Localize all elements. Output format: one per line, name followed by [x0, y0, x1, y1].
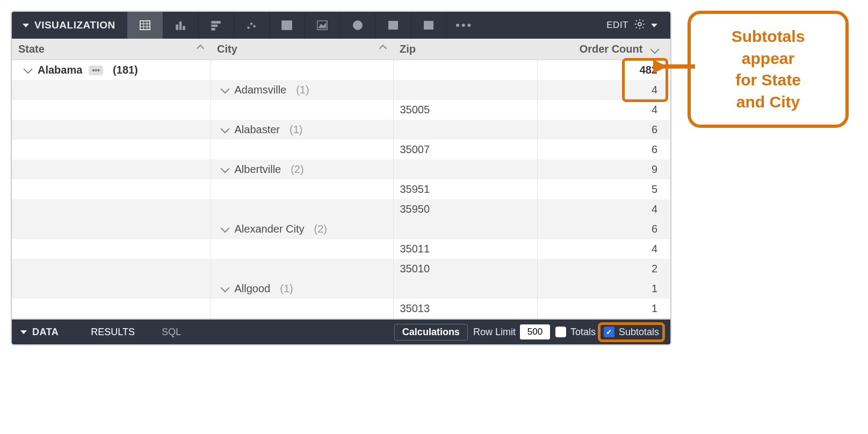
viz-edit-label: EDIT — [606, 20, 628, 31]
state-subtotal-row: Alabama ••• (181) 482 — [12, 60, 670, 81]
gear-icon — [634, 18, 646, 33]
order-count-cell: 9 — [537, 160, 670, 179]
chevron-down-icon[interactable] — [220, 284, 229, 293]
order-count-cell: 6 — [537, 219, 670, 239]
order-count-cell: 4 — [537, 199, 670, 219]
zip-cell: 35010 — [393, 259, 537, 279]
callout-line: appear — [707, 48, 829, 70]
calculations-button[interactable]: Calculations — [394, 324, 468, 341]
zip-cell: 35950 — [393, 199, 537, 219]
table-row: 350131 — [12, 299, 670, 319]
sort-desc-icon[interactable] — [651, 47, 659, 54]
drill-menu-icon[interactable]: ••• — [89, 66, 103, 75]
visualization-toolbar: VISUALIZATION — [12, 12, 670, 39]
viz-type-pie-icon[interactable] — [340, 12, 375, 39]
results-table: State City Zip Order Count — [12, 39, 670, 319]
svg-point-20 — [638, 23, 641, 26]
city-row-count: (2) — [311, 223, 327, 235]
table-row: 350114 — [12, 239, 670, 259]
column-header-city[interactable]: City — [211, 39, 393, 60]
order-count-cell: 2 — [537, 259, 670, 279]
order-count-cell: 4 — [537, 239, 670, 259]
header-label: State — [18, 43, 45, 55]
table-row: Albertville(2)9 — [12, 160, 670, 179]
sort-asc-icon[interactable] — [197, 43, 204, 50]
svg-rect-9 — [212, 25, 218, 27]
viz-type-bar-icon[interactable] — [198, 12, 234, 39]
annotation-callout: Subtotals appear for State and City — [688, 11, 849, 128]
callout-line: Subtotals — [707, 26, 829, 48]
order-count-cell: 6 — [537, 140, 670, 160]
zip-cell: 35007 — [393, 140, 537, 160]
order-count-cell: 4 — [537, 100, 670, 120]
table-row: 350054 — [12, 100, 670, 120]
svg-rect-10 — [212, 28, 215, 31]
callout-line: for State — [707, 69, 829, 91]
totals-checkbox[interactable]: Totals — [555, 327, 596, 338]
city-row-count: (1) — [293, 84, 309, 96]
subtotals-label: Subtotals — [619, 327, 659, 338]
column-header-state[interactable]: State — [12, 39, 211, 60]
svg-rect-0 — [140, 21, 150, 30]
city-name: Allgood — [235, 283, 271, 295]
order-count-cell: 5 — [537, 179, 670, 199]
svg-point-12 — [250, 23, 252, 25]
chevron-down-icon[interactable] — [24, 65, 33, 74]
svg-point-11 — [248, 27, 250, 29]
totals-label: Totals — [570, 327, 596, 338]
header-label: City — [217, 43, 237, 55]
viz-type-column-icon[interactable] — [163, 12, 198, 39]
svg-text:6: 6 — [427, 22, 431, 30]
city-name: Alabaster — [235, 124, 280, 136]
viz-type-scatter-icon[interactable] — [234, 12, 269, 39]
chevron-down-icon[interactable] — [220, 224, 229, 233]
chevron-down-icon[interactable] — [220, 85, 229, 94]
table-row: Adamsville(1)4 — [12, 80, 670, 100]
caret-down-icon — [20, 330, 27, 334]
city-row-count: (1) — [286, 124, 302, 136]
table-row: 350076 — [12, 140, 670, 160]
callout-line: and City — [707, 91, 829, 113]
subtotals-checkbox[interactable]: ✓ Subtotals — [604, 327, 659, 338]
svg-rect-7 — [183, 26, 185, 30]
column-header-zip[interactable]: Zip — [393, 39, 537, 60]
sort-asc-icon[interactable] — [379, 43, 387, 50]
svg-rect-8 — [212, 21, 221, 24]
viz-type-single-value-icon[interactable]: 6 — [411, 12, 446, 39]
zip-cell: 35951 — [393, 179, 537, 199]
chevron-down-icon[interactable] — [220, 125, 229, 134]
header-label: Order Count — [580, 43, 643, 55]
state-order-count: 482 — [537, 60, 670, 81]
table-row: Alexander City(2)6 — [12, 219, 670, 239]
zip-cell: 35013 — [393, 299, 537, 319]
chevron-down-icon[interactable] — [220, 164, 229, 173]
viz-type-table-icon[interactable] — [127, 12, 163, 39]
row-limit-input[interactable] — [520, 324, 550, 339]
caret-down-icon — [651, 24, 657, 27]
subtotals-highlight-box: ✓ Subtotals — [598, 322, 665, 342]
order-count-cell: 6 — [537, 120, 670, 140]
viz-type-map-icon[interactable] — [375, 12, 411, 39]
viz-type-more-icon[interactable]: ••• — [446, 12, 482, 39]
state-name: Alabama — [38, 64, 82, 76]
city-row-count: (1) — [277, 283, 293, 295]
data-toolbar: DATA RESULTS SQL Calculations Row Limit … — [12, 319, 670, 344]
table-row: 359515 — [12, 179, 670, 199]
state-row-count: (181) — [110, 64, 138, 76]
tab-sql[interactable]: SQL — [151, 327, 192, 338]
city-name: Alexander City — [235, 223, 305, 235]
city-row-count: (2) — [287, 163, 303, 176]
visualization-section-toggle[interactable]: VISUALIZATION — [12, 19, 127, 31]
zip-cell: 35005 — [393, 100, 537, 120]
tab-results[interactable]: RESULTS — [80, 327, 146, 338]
viz-type-line-icon[interactable] — [269, 12, 305, 39]
city-name: Albertville — [235, 163, 281, 176]
visualization-label: VISUALIZATION — [34, 19, 115, 31]
data-section-toggle[interactable]: DATA — [20, 327, 75, 338]
viz-edit-button[interactable]: EDIT — [594, 18, 670, 33]
row-limit-label: Row Limit — [473, 327, 516, 338]
checkbox-unchecked-icon — [555, 327, 566, 337]
column-header-order-count[interactable]: Order Count — [537, 39, 670, 60]
viz-type-area-icon[interactable] — [305, 12, 340, 39]
zip-cell: 35011 — [393, 239, 537, 259]
